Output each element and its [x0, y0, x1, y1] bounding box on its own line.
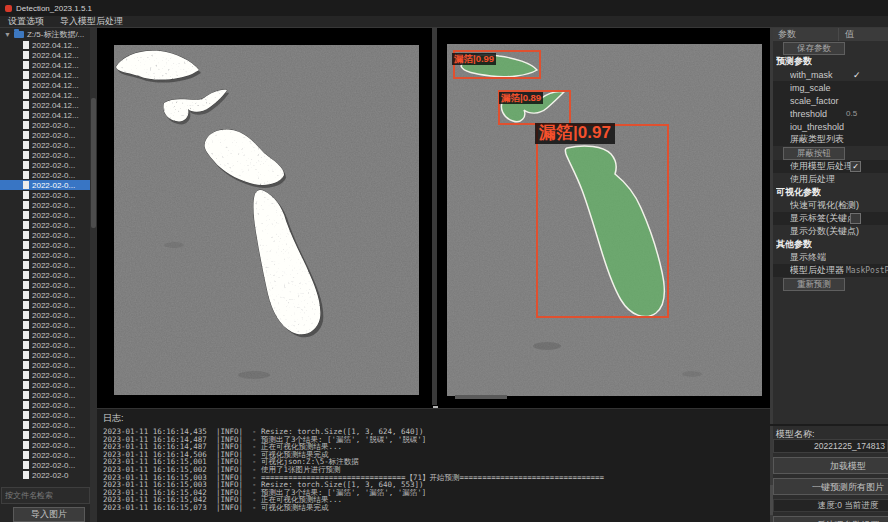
app-logo-icon: [5, 5, 12, 12]
tree-item[interactable]: 2022-02-0...: [0, 410, 90, 420]
tree-item[interactable]: 2022-02-0...: [0, 190, 90, 200]
param-label: 显示分数(关键点): [790, 225, 859, 238]
tree-root[interactable]: ▼ Z:/5-标注数据/...: [0, 28, 90, 40]
tree-item[interactable]: 2022-02-0...: [0, 150, 90, 160]
tree-item[interactable]: 2022-02-0...: [0, 130, 90, 140]
image-panels-divider[interactable]: [432, 28, 437, 405]
tree-item[interactable]: 2022-02-0...: [0, 350, 90, 360]
param-button[interactable]: 屏蔽按钮: [783, 147, 845, 160]
tree-item[interactable]: 2022-02-0...: [0, 230, 90, 240]
tree-item[interactable]: 2022-02-0...: [0, 310, 90, 320]
file-icon: [23, 361, 29, 369]
tree-item[interactable]: 2022-02-0...: [0, 220, 90, 230]
checkbox-unchecked[interactable]: [850, 213, 861, 224]
image-panel-prediction[interactable]: 漏箔|0.99 漏箔|0.89 漏箔|0.97: [447, 44, 762, 396]
param-button[interactable]: 重新预测: [783, 278, 845, 291]
param-row[interactable]: 显示标签(关键点): [773, 212, 888, 225]
file-icon: [23, 221, 29, 229]
image-panel-original[interactable]: [114, 45, 419, 395]
param-label: 模型后处理器: [790, 264, 844, 277]
tree-item[interactable]: 2022-02-0...: [0, 460, 90, 470]
param-row[interactable]: with_mask✓: [773, 68, 888, 81]
param-row[interactable]: 快速可视化(检测): [773, 199, 888, 212]
tree-item[interactable]: 2022-02-0...: [0, 370, 90, 380]
predict-all-button[interactable]: 一键预测所有图片: [773, 478, 888, 495]
param-row[interactable]: 显示分数(关键点): [773, 225, 888, 238]
tree-item[interactable]: 2022-02-0...: [0, 450, 90, 460]
file-icon: [23, 171, 29, 179]
tree-item[interactable]: 2022.04.12...: [0, 90, 90, 100]
tree-item[interactable]: 2022-02-0...: [0, 340, 90, 350]
load-model-button[interactable]: 加载模型: [773, 457, 888, 474]
menu-item-settings[interactable]: 设置选项: [8, 15, 44, 28]
tree-item-label: 2022-02-0...: [32, 341, 75, 350]
tree-item[interactable]: 2022-02-0...: [0, 300, 90, 310]
tree-item[interactable]: 2022-02-0...: [0, 200, 90, 210]
tree-item[interactable]: 2022-02-0...: [0, 430, 90, 440]
param-row[interactable]: img_scale: [773, 81, 888, 94]
tree-item[interactable]: 2022-02-0...: [0, 400, 90, 410]
tree-item[interactable]: 2022-02-0...: [0, 210, 90, 220]
file-icon: [23, 201, 29, 209]
tree-item[interactable]: 2022.04.12...: [0, 100, 90, 110]
tree-item[interactable]: 2022-02-0...: [0, 380, 90, 390]
tree-item[interactable]: 2022-02-0...: [0, 250, 90, 260]
param-row[interactable]: threshold0.5: [773, 107, 888, 120]
file-tree[interactable]: ▼ Z:/5-标注数据/... 2022.04.12...2022.04.12.…: [0, 28, 90, 486]
tree-item[interactable]: 2022-02-0...: [0, 260, 90, 270]
param-row[interactable]: 使用后处理: [773, 173, 888, 186]
tree-item[interactable]: 2022.04.12...: [0, 40, 90, 50]
tree-item-label: 2022-02-0...: [32, 381, 75, 390]
tree-scrollbar-thumb[interactable]: [91, 98, 96, 228]
param-value: 0.5: [846, 109, 857, 118]
param-button[interactable]: 保存参数: [783, 42, 845, 55]
param-row[interactable]: 显示终端: [773, 251, 888, 264]
param-label: iou_threshold: [790, 122, 844, 132]
tree-item[interactable]: 2022-02-0...: [0, 140, 90, 150]
param-row[interactable]: 模型后处理器MaskPostPro: [773, 264, 888, 277]
tree-item[interactable]: 2022-02-0...: [0, 320, 90, 330]
log-line: 2023-01-11 16:16:15,003 |INFO| - =======…: [97, 474, 770, 482]
tree-item[interactable]: 2022-02-0...: [0, 390, 90, 400]
tree-item[interactable]: 2022-02-0...: [0, 290, 90, 300]
param-row[interactable]: scale_factor: [773, 94, 888, 107]
horizontal-scrollbar-thumb[interactable]: [455, 395, 507, 399]
postprocess-settings-button[interactable]: 后处理参数设置: [773, 516, 888, 522]
tree-item[interactable]: 2022-02-0...: [0, 180, 90, 190]
search-input[interactable]: [1, 487, 90, 504]
menu-item-import-model-postprocess[interactable]: 导入模型后处理: [60, 15, 123, 28]
checkbox-checked[interactable]: ✓: [850, 161, 861, 172]
tree-item[interactable]: 2022-02-0...: [0, 240, 90, 250]
tree-item[interactable]: 2022-02-0...: [0, 420, 90, 430]
tree-item[interactable]: 2022.04.12...: [0, 110, 90, 120]
tree-item[interactable]: 2022-02-0...: [0, 270, 90, 280]
chevron-down-icon[interactable]: ▼: [4, 31, 11, 38]
log-line: 2023-01-11 16:16:15,003 |INFO| - Resize:…: [97, 481, 770, 489]
tree-item[interactable]: 2022.04.12...: [0, 80, 90, 90]
tree-item[interactable]: 2022-02-0...: [0, 440, 90, 450]
tree-item[interactable]: 2022-02-0...: [0, 280, 90, 290]
tree-item[interactable]: 2022.04.12...: [0, 60, 90, 70]
param-row[interactable]: 屏蔽类型列表: [773, 133, 888, 146]
tree-item[interactable]: 2022-02-0...: [0, 360, 90, 370]
param-row[interactable]: 使用模型后处理✓: [773, 160, 888, 173]
tree-item[interactable]: 2022-02-0...: [0, 170, 90, 180]
log-panel[interactable]: 日志: 2023-01-11 16:16:14,435 |INFO| - Res…: [97, 408, 770, 522]
tree-scrollbar[interactable]: [90, 28, 97, 522]
check-icon: ✓: [853, 70, 861, 80]
import-images-button[interactable]: 导入图片: [13, 507, 85, 522]
params-scrollbar-thumb[interactable]: [770, 485, 773, 515]
tree-item[interactable]: 2022.04.12...: [0, 70, 90, 80]
tree-item-label: 2022.04.12...: [32, 61, 79, 70]
param-row[interactable]: iou_threshold: [773, 120, 888, 133]
file-icon: [23, 271, 29, 279]
title-bar: Detection_2023.1.5.1: [0, 0, 888, 16]
tree-item[interactable]: 2022-02-0...: [0, 120, 90, 130]
model-name-field[interactable]: 20221225_174813: [773, 439, 888, 453]
tree-item[interactable]: 2022.04.12...: [0, 50, 90, 60]
tree-item[interactable]: 2022-02-0: [0, 470, 90, 480]
param-label: threshold: [790, 109, 827, 119]
tree-item-label: 2022-02-0...: [32, 451, 75, 460]
tree-item[interactable]: 2022-02-0...: [0, 160, 90, 170]
tree-item[interactable]: 2022-02-0...: [0, 330, 90, 340]
